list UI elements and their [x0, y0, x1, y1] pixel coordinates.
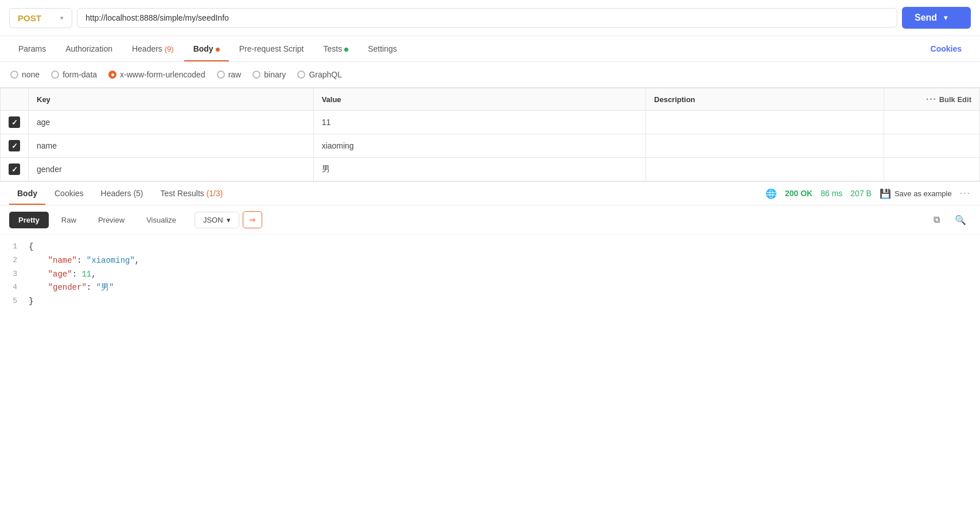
row-value-1[interactable]: 11 — [313, 111, 645, 134]
checkbox-icon-3: ✓ — [9, 164, 20, 175]
radio-circle-graphql — [297, 71, 305, 79]
response-tab-test-results[interactable]: Test Results (1/3) — [153, 182, 231, 205]
url-input[interactable]: http://localhost:8888/simple/my/seedInfo — [77, 8, 897, 28]
radio-circle-urlencoded — [108, 71, 116, 79]
copy-icon: ⧉ — [934, 215, 940, 224]
line-content-2: "name": "xiaoming", — [29, 254, 980, 268]
method-chevron-icon: ▾ — [60, 14, 64, 22]
table-row: ✓ gender 男 — [1, 158, 980, 181]
save-example-button[interactable]: 💾 Save as example — [880, 188, 952, 199]
body-type-row: none form-data x-www-form-urlencoded raw… — [0, 62, 980, 88]
params-table-wrapper: Key Value Description ··· Bulk Edit ✓ — [0, 88, 980, 181]
tab-headers[interactable]: Headers (9) — [123, 36, 183, 61]
row-desc-2[interactable] — [646, 134, 884, 158]
row-value-2[interactable]: xiaoming — [313, 134, 645, 158]
col-header-value: Value — [313, 88, 645, 111]
bulk-edit-label[interactable]: Bulk Edit — [939, 95, 971, 104]
row-desc-1[interactable] — [646, 111, 884, 134]
radio-graphql[interactable]: GraphQL — [297, 70, 342, 79]
row-key-2[interactable]: name — [29, 134, 314, 158]
line-number-3: 3 — [0, 268, 29, 281]
bulk-dots-icon: ··· — [926, 94, 937, 104]
response-tab-headers[interactable]: Headers (5) — [93, 182, 151, 205]
tab-authorization[interactable]: Authorization — [56, 36, 122, 61]
preview-button[interactable]: Preview — [89, 212, 134, 228]
format-chevron-icon: ▾ — [227, 216, 231, 224]
row-key-1[interactable]: age — [29, 111, 314, 134]
line-number-2: 2 — [0, 254, 29, 267]
send-button[interactable]: Send ▾ — [902, 7, 971, 29]
method-selector[interactable]: POST ▾ — [9, 8, 72, 28]
row-bulk-1 — [884, 111, 980, 134]
row-key-3[interactable]: gender — [29, 158, 314, 181]
checkbox-icon-1: ✓ — [9, 116, 20, 128]
wrap-icon: ⇒ — [249, 215, 256, 224]
tab-settings[interactable]: Settings — [359, 36, 406, 61]
more-options-icon[interactable]: ··· — [960, 188, 971, 198]
row-check-3[interactable]: ✓ — [1, 158, 29, 181]
col-header-bulk: ··· Bulk Edit — [884, 88, 980, 111]
col-header-description: Description — [646, 88, 884, 111]
response-stats: 🌐 200 OK 86 ms 207 B 💾 Save as example ·… — [765, 188, 971, 199]
row-bulk-2 — [884, 134, 980, 158]
send-label: Send — [915, 13, 937, 23]
radio-form-data[interactable]: form-data — [51, 70, 97, 79]
tab-params[interactable]: Params — [9, 36, 55, 61]
line-number-5: 5 — [0, 295, 29, 308]
search-icon: 🔍 — [955, 215, 966, 225]
copy-button[interactable]: ⧉ — [929, 212, 944, 228]
raw-button[interactable]: Raw — [52, 212, 85, 228]
line-content-4: "gender": "男" — [29, 281, 980, 295]
response-section: Body Cookies Headers (5) Test Results (1… — [0, 181, 980, 314]
visualize-button[interactable]: Visualize — [137, 212, 185, 228]
line-content-3: "age": 11, — [29, 268, 980, 282]
row-check-1[interactable]: ✓ — [1, 111, 29, 134]
response-tab-cookies[interactable]: Cookies — [46, 182, 92, 205]
code-line-1: 1 { — [0, 240, 980, 254]
row-desc-3[interactable] — [646, 158, 884, 181]
format-select[interactable]: JSON ▾ — [195, 212, 239, 228]
line-content-1: { — [29, 240, 980, 254]
line-content-5: } — [29, 295, 980, 309]
radio-raw[interactable]: raw — [217, 70, 242, 79]
checkbox-icon-2: ✓ — [9, 140, 20, 151]
format-toolbar: Pretty Raw Preview Visualize JSON ▾ ⇒ ⧉ … — [0, 205, 980, 235]
table-row: ✓ name xiaoming — [1, 134, 980, 158]
method-label: POST — [18, 13, 41, 23]
radio-circle-raw — [217, 71, 225, 79]
row-bulk-3 — [884, 158, 980, 181]
response-time: 86 ms — [820, 189, 842, 198]
col-header-key: Key — [29, 88, 314, 111]
row-value-3[interactable]: 男 — [313, 158, 645, 181]
send-chevron-icon: ▾ — [944, 14, 947, 22]
radio-none[interactable]: none — [10, 70, 40, 79]
response-tabs-row: Body Cookies Headers (5) Test Results (1… — [0, 182, 980, 205]
globe-icon: 🌐 — [765, 188, 777, 199]
radio-binary[interactable]: binary — [252, 70, 286, 79]
radio-circle-binary — [252, 71, 260, 79]
radio-urlencoded[interactable]: x-www-form-urlencoded — [108, 70, 205, 79]
line-number-1: 1 — [0, 240, 29, 253]
tab-tests[interactable]: Tests — [314, 36, 357, 61]
tab-body[interactable]: Body — [184, 36, 229, 61]
search-button[interactable]: 🔍 — [950, 212, 971, 228]
url-bar: POST ▾ http://localhost:8888/simple/my/s… — [0, 0, 980, 36]
table-row: ✓ age 11 — [1, 111, 980, 134]
tab-cookies[interactable]: Cookies — [921, 36, 971, 61]
tab-pre-request-script[interactable]: Pre-request Script — [230, 36, 313, 61]
radio-circle-form-data — [51, 71, 59, 79]
toolbar-right: ⧉ 🔍 — [929, 212, 971, 228]
code-line-2: 2 "name": "xiaoming", — [0, 254, 980, 268]
wrap-button[interactable]: ⇒ — [243, 211, 262, 228]
response-tab-body[interactable]: Body — [9, 182, 45, 205]
request-tabs: Params Authorization Headers (9) Body Pr… — [0, 36, 980, 62]
col-header-check — [1, 88, 29, 111]
save-example-label: Save as example — [895, 189, 952, 198]
code-line-5: 5 } — [0, 295, 980, 309]
line-number-4: 4 — [0, 281, 29, 294]
row-check-2[interactable]: ✓ — [1, 134, 29, 158]
code-viewer: 1 { 2 "name": "xiaoming", 3 "age": 11, 4… — [0, 235, 980, 314]
pretty-button[interactable]: Pretty — [9, 212, 49, 228]
save-icon: 💾 — [880, 188, 891, 199]
response-size: 207 B — [850, 189, 872, 198]
